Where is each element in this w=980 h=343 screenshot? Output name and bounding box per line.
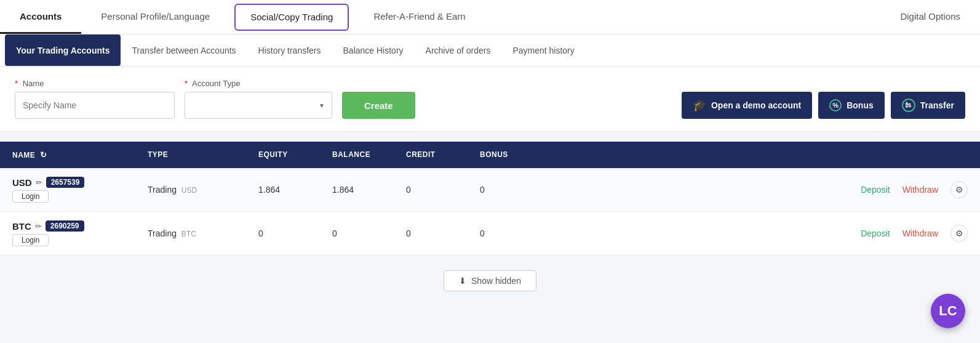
demo-icon: 🎓 xyxy=(693,99,706,112)
account-currency-usd: USD xyxy=(12,177,32,188)
sub-nav-transfer-between-accounts[interactable]: Transfer between Accounts xyxy=(121,34,247,66)
sub-nav-history-transfers-label: History transfers xyxy=(258,46,321,55)
account-id-badge-usd: 2657539 xyxy=(46,177,85,188)
login-button-usd[interactable]: Login xyxy=(12,190,49,203)
equity-cell-usd: 1.864 xyxy=(258,185,332,195)
balance-cell-usd: 1.864 xyxy=(332,185,406,195)
equity-cell-btc: 0 xyxy=(258,228,332,238)
transfer-action-button[interactable]: ₿$ Transfer xyxy=(891,92,965,119)
account-type-label: * Account Type xyxy=(185,79,332,88)
withdraw-link-btc[interactable]: Withdraw xyxy=(902,228,938,238)
bonus-cell-btc: 0 xyxy=(480,228,554,238)
gear-icon-usd[interactable]: ⚙ xyxy=(950,181,968,198)
account-type-required-indicator: * xyxy=(185,79,188,88)
sub-navigation: Your Trading Accounts Transfer between A… xyxy=(0,34,980,67)
sub-nav-your-trading-accounts-label: Your Trading Accounts xyxy=(16,46,110,55)
table-header-row: NAME ↻ TYPE EQUITY BALANCE CREDIT BONUS xyxy=(0,142,980,168)
sub-nav-your-trading-accounts[interactable]: Your Trading Accounts xyxy=(5,34,121,66)
transfer-icon: ₿$ xyxy=(902,99,915,112)
table-row: BTC ✏ 2690259 Login Trading BTC 0 0 0 0 … xyxy=(0,212,980,256)
sub-nav-transfer-between-accounts-label: Transfer between Accounts xyxy=(132,46,236,55)
account-type-field-group: * Account Type xyxy=(185,79,332,119)
edit-icon-usd[interactable]: ✏ xyxy=(36,178,42,187)
show-hidden-button[interactable]: ⬇ Show hidden xyxy=(444,270,536,291)
refresh-icon[interactable]: ↻ xyxy=(40,150,47,159)
top-nav-refer-friend-label: Refer-A-Friend & Earn xyxy=(373,11,465,22)
credit-cell-usd: 0 xyxy=(406,185,480,195)
account-name-cell-btc: BTC ✏ 2690259 Login xyxy=(12,220,148,246)
table-row: USD ✏ 2657539 Login Trading USD 1.864 1.… xyxy=(0,168,980,212)
download-icon: ⬇ xyxy=(459,276,466,286)
top-nav-personal-profile-label: Personal Profile/Language xyxy=(101,11,210,22)
balance-cell-btc: 0 xyxy=(332,228,406,238)
table-header-actions xyxy=(554,150,968,159)
open-demo-account-button[interactable]: 🎓 Open a demo account xyxy=(682,92,812,119)
sub-nav-balance-history-label: Balance History xyxy=(343,46,404,55)
account-type-sub-usd: USD xyxy=(181,186,197,195)
top-nav-social-copy-trading[interactable]: Social/Copy Trading xyxy=(234,4,349,31)
account-name-top-btc: BTC ✏ 2690259 xyxy=(12,220,148,232)
edit-icon-btc[interactable]: ✏ xyxy=(35,222,42,231)
top-nav-digital-options-label: Digital Options xyxy=(900,11,960,22)
deposit-link-usd[interactable]: Deposit xyxy=(861,185,890,195)
login-button-btc[interactable]: Login xyxy=(12,234,49,246)
account-type-sub-btc: BTC xyxy=(181,230,196,238)
bonus-button[interactable]: % Bonus xyxy=(818,92,885,119)
account-type-cell-btc: Trading BTC xyxy=(148,228,258,238)
withdraw-link-usd[interactable]: Withdraw xyxy=(902,185,938,195)
name-input[interactable] xyxy=(15,92,175,119)
sub-nav-history-transfers[interactable]: History transfers xyxy=(247,34,332,66)
table-header-credit: CREDIT xyxy=(406,150,480,159)
credit-cell-btc: 0 xyxy=(406,228,480,238)
bonus-cell-usd: 0 xyxy=(480,185,554,195)
top-nav-social-copy-trading-label: Social/Copy Trading xyxy=(250,12,333,22)
name-required-indicator: * xyxy=(15,79,18,88)
create-account-form: * Name * Account Type Create 🎓 Open a de… xyxy=(0,67,980,132)
account-name-cell-usd: USD ✏ 2657539 Login xyxy=(12,177,148,203)
account-id-badge-btc: 2690259 xyxy=(46,220,84,232)
account-type-select[interactable] xyxy=(185,92,332,119)
sub-nav-payment-history[interactable]: Payment history xyxy=(501,34,585,66)
gear-icon-btc[interactable]: ⚙ xyxy=(950,225,968,242)
account-type-cell-usd: Trading USD xyxy=(148,185,258,195)
table-header-bonus: BONUS xyxy=(480,150,554,159)
top-nav-refer-friend[interactable]: Refer-A-Friend & Earn xyxy=(354,0,485,34)
top-nav-accounts[interactable]: Accounts xyxy=(0,0,81,34)
name-field-group: * Name xyxy=(15,79,175,119)
top-nav-digital-options[interactable]: Digital Options xyxy=(880,0,980,34)
account-type-select-wrapper xyxy=(185,92,332,119)
sub-nav-archive-of-orders[interactable]: Archive of orders xyxy=(415,34,502,66)
table-header-balance: BALANCE xyxy=(332,150,406,159)
accounts-table: NAME ↻ TYPE EQUITY BALANCE CREDIT BONUS … xyxy=(0,142,980,256)
actions-cell-btc: Deposit Withdraw ⚙ xyxy=(554,225,968,242)
sub-nav-balance-history[interactable]: Balance History xyxy=(332,34,415,66)
show-hidden-area: ⬇ Show hidden xyxy=(0,256,980,306)
account-name-top-usd: USD ✏ 2657539 xyxy=(12,177,148,188)
deposit-link-btc[interactable]: Deposit xyxy=(861,228,890,238)
table-header-type: TYPE xyxy=(148,150,258,159)
bonus-icon: % xyxy=(829,99,842,111)
name-label: * Name xyxy=(15,79,175,88)
top-nav-accounts-label: Accounts xyxy=(20,11,62,22)
sub-nav-payment-history-label: Payment history xyxy=(512,46,574,55)
action-buttons-group: 🎓 Open a demo account % Bonus ₿$ Transfe… xyxy=(682,92,965,119)
account-currency-btc: BTC xyxy=(12,221,31,232)
table-header-equity: EQUITY xyxy=(258,150,332,159)
sub-nav-archive-of-orders-label: Archive of orders xyxy=(426,46,491,55)
actions-cell-usd: Deposit Withdraw ⚙ xyxy=(554,181,968,198)
table-header-name: NAME ↻ xyxy=(12,150,148,159)
top-navigation: Accounts Personal Profile/Language Socia… xyxy=(0,0,980,34)
top-nav-personal-profile[interactable]: Personal Profile/Language xyxy=(81,0,229,34)
chat-icon: LC xyxy=(939,303,957,306)
create-button[interactable]: Create xyxy=(342,92,415,119)
